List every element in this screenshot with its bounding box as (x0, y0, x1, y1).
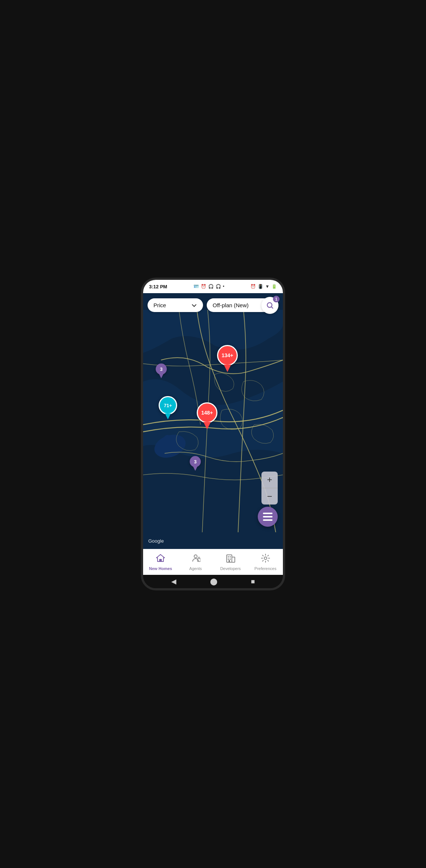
nav-item-developers[interactable]: Developers (213, 551, 248, 573)
recent-button[interactable]: ■ (251, 578, 255, 586)
pin-71-tail (165, 413, 171, 419)
price-filter-label: Price (153, 302, 166, 308)
pin-148-bubble: 148+ (197, 402, 217, 423)
search-button[interactable]: 1 (261, 297, 278, 314)
pin-3b-tail (193, 466, 197, 471)
nav-item-new-homes[interactable]: New Homes (143, 551, 178, 573)
vibrate-icon: 📳 (258, 284, 263, 289)
map-pin-148[interactable]: 148+ (197, 402, 217, 429)
agents-label: Agents (189, 566, 202, 571)
google-label: Google (148, 538, 164, 544)
map-pin-71[interactable]: 71+ (159, 396, 177, 419)
offplan-filter-label: Off-plan (New) (213, 302, 248, 308)
svg-rect-12 (230, 556, 231, 557)
svg-rect-3 (263, 513, 273, 514)
pin-71-bubble: 71+ (159, 396, 177, 415)
clock-icon: ⏰ (250, 284, 256, 289)
status-bar: 3:12 PM 🪪 ⏰ 🎧 🎧 • ⏰ 📳 ▼ 🔋 (143, 280, 283, 293)
svg-rect-11 (228, 556, 229, 557)
preferences-label: Preferences (254, 566, 276, 571)
dot-icon: • (223, 284, 224, 289)
gear-icon (261, 553, 270, 563)
house-icon (156, 553, 165, 563)
list-view-button[interactable] (258, 507, 278, 527)
pin-3b-circle: 3 (190, 456, 201, 467)
pin-134-tail (224, 365, 231, 372)
svg-rect-15 (229, 560, 230, 562)
pin-3a-tail (159, 374, 163, 378)
svg-point-7 (194, 555, 197, 558)
list-icon (263, 513, 273, 521)
phone-frame: 3:12 PM 🪪 ⏰ 🎧 🎧 • ⏰ 📳 ▼ 🔋 (141, 278, 285, 590)
new-homes-label: New Homes (149, 566, 172, 571)
svg-rect-4 (263, 516, 273, 517)
system-navigation-bar: ◀ ⬤ ■ (143, 575, 283, 588)
zoom-controls: + − (261, 472, 278, 505)
nav-item-agents[interactable]: Agents (178, 551, 213, 573)
agents-svg-icon (191, 553, 200, 563)
pin-148-tail (203, 422, 211, 429)
map-pin-3a[interactable]: 3 (156, 363, 167, 378)
alarm-icon: ⏰ (201, 284, 206, 289)
price-chevron-icon (191, 302, 197, 308)
back-button[interactable]: ◀ (171, 577, 176, 586)
status-time: 3:12 PM (149, 284, 167, 289)
svg-point-16 (264, 557, 267, 560)
headphone-icon2: 🎧 (216, 284, 221, 289)
map-area: Price Off-plan (New) 1 134+ 148+ (143, 293, 283, 549)
map-pin-134[interactable]: 134+ (217, 345, 238, 372)
building-icon (226, 553, 235, 563)
battery-icon: 🔋 (271, 284, 277, 289)
svg-rect-14 (230, 559, 231, 560)
zoom-in-button[interactable]: + (261, 472, 278, 488)
pin-3a-circle: 3 (156, 363, 167, 375)
developers-icon (226, 553, 235, 565)
status-icons-left: 🪪 ⏰ 🎧 🎧 • (193, 284, 224, 289)
agents-icon (191, 553, 200, 565)
svg-rect-13 (228, 559, 229, 560)
headphone-icon1: 🎧 (208, 284, 214, 289)
map-pin-3b[interactable]: 3 (190, 456, 201, 471)
developers-label: Developers (220, 566, 241, 571)
pin-134-bubble: 134+ (217, 345, 238, 366)
price-filter-button[interactable]: Price (148, 298, 203, 312)
svg-rect-5 (263, 519, 273, 521)
zoom-out-button[interactable]: − (261, 488, 278, 505)
home-button[interactable]: ⬤ (210, 577, 217, 586)
bottom-navigation: New Homes Agents (143, 549, 283, 575)
filter-bar: Price Off-plan (New) (148, 298, 278, 312)
preferences-icon (261, 553, 270, 565)
wifi-icon: ▼ (265, 284, 270, 289)
status-icons-right: ⏰ 📳 ▼ 🔋 (250, 284, 277, 289)
notification-icon: 🪪 (193, 284, 199, 289)
search-badge: 1 (273, 296, 280, 302)
nav-item-preferences[interactable]: Preferences (248, 551, 283, 573)
search-icon (266, 301, 274, 309)
svg-rect-10 (232, 557, 235, 562)
new-homes-icon (156, 553, 165, 565)
